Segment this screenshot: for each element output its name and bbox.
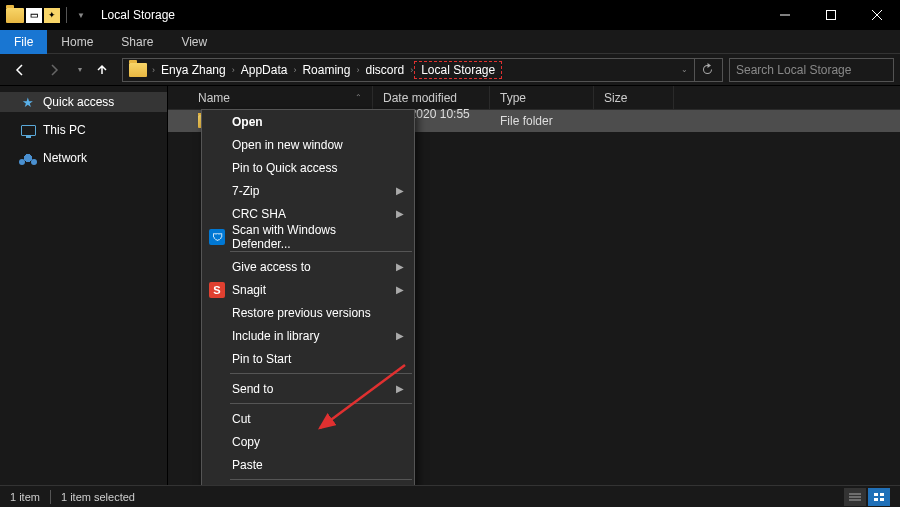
svg-rect-11 [880, 498, 884, 501]
address-folder-icon [129, 63, 147, 77]
ctx-pin-quick-access[interactable]: Pin to Quick access [202, 156, 414, 179]
ctx-include-library[interactable]: Include in library▶ [202, 324, 414, 347]
column-header-name[interactable]: Name⌃ [188, 86, 373, 109]
status-item-count: 1 item [10, 491, 40, 503]
status-selected-count: 1 item selected [61, 491, 135, 503]
submenu-arrow-icon: ▶ [396, 284, 404, 295]
sidebar-item-network[interactable]: Network [0, 148, 167, 168]
status-separator [50, 490, 51, 504]
ctx-open[interactable]: Open [202, 110, 414, 133]
address-dropdown-icon[interactable]: ⌄ [675, 65, 694, 74]
search-input[interactable]: Search Local Storage [729, 58, 894, 82]
close-button[interactable] [854, 0, 900, 30]
status-bar: 1 item 1 item selected [0, 485, 900, 507]
ctx-snagit[interactable]: SSnagit▶ [202, 278, 414, 301]
history-dropdown-icon[interactable]: ▾ [78, 65, 82, 74]
view-tab[interactable]: View [167, 30, 221, 54]
sidebar-item-label: Network [43, 151, 87, 165]
breadcrumb-item[interactable]: AppData [236, 63, 293, 77]
address-bar: ▾ › Enya Zhang › AppData › Roaming › dis… [0, 54, 900, 86]
navigation-pane: ★ Quick access This PC Network [0, 86, 168, 485]
share-tab[interactable]: Share [107, 30, 167, 54]
submenu-arrow-icon: ▶ [396, 383, 404, 394]
submenu-arrow-icon: ▶ [396, 261, 404, 272]
breadcrumb-item[interactable]: discord [360, 63, 409, 77]
refresh-button[interactable] [694, 58, 720, 82]
forward-button[interactable] [40, 58, 68, 82]
ctx-open-new-window[interactable]: Open in new window [202, 133, 414, 156]
sidebar-item-label: This PC [43, 123, 86, 137]
context-separator [230, 403, 412, 404]
submenu-arrow-icon: ▶ [396, 208, 404, 219]
svg-rect-9 [880, 493, 884, 496]
ctx-scan-defender[interactable]: 🛡Scan with Windows Defender... [202, 225, 414, 248]
ctx-pin-start[interactable]: Pin to Start [202, 347, 414, 370]
sidebar-item-label: Quick access [43, 95, 114, 109]
sidebar-item-this-pc[interactable]: This PC [0, 120, 167, 140]
ctx-copy[interactable]: Copy [202, 430, 414, 453]
ctx-cut[interactable]: Cut [202, 407, 414, 430]
breadcrumb-item-current[interactable]: Local Storage [414, 61, 502, 79]
qat-divider [66, 7, 67, 23]
search-placeholder: Search Local Storage [736, 63, 851, 77]
context-separator [230, 251, 412, 252]
context-separator [230, 479, 412, 480]
sort-indicator-icon: ⌃ [355, 93, 362, 102]
view-icons-button[interactable] [868, 488, 890, 506]
title-bar: ▭ ✦ ▼ Local Storage [0, 0, 900, 30]
ctx-7zip[interactable]: 7-Zip▶ [202, 179, 414, 202]
ctx-give-access[interactable]: Give access to▶ [202, 255, 414, 278]
column-header-date[interactable]: Date modified [373, 86, 490, 109]
network-icon [20, 151, 36, 165]
ribbon-tabs: File Home Share View [0, 30, 900, 54]
home-tab[interactable]: Home [47, 30, 107, 54]
svg-rect-1 [827, 11, 836, 20]
window-title: Local Storage [101, 8, 175, 22]
qat-newfolder-icon[interactable]: ✦ [44, 8, 60, 23]
column-headers: Name⌃ Date modified Type Size [168, 86, 900, 110]
ctx-send-to[interactable]: Send to▶ [202, 377, 414, 400]
maximize-button[interactable] [808, 0, 854, 30]
pc-icon [20, 123, 36, 137]
column-header-size[interactable]: Size [594, 86, 674, 109]
ctx-paste[interactable]: Paste [202, 453, 414, 476]
file-tab[interactable]: File [0, 30, 47, 54]
qat-dropdown-icon[interactable]: ▼ [77, 11, 85, 20]
context-separator [230, 373, 412, 374]
submenu-arrow-icon: ▶ [396, 185, 404, 196]
view-details-button[interactable] [844, 488, 866, 506]
back-button[interactable] [6, 58, 34, 82]
svg-rect-8 [874, 493, 878, 496]
shield-icon: 🛡 [209, 229, 225, 245]
sidebar-item-quick-access[interactable]: ★ Quick access [0, 92, 167, 112]
column-header-type[interactable]: Type [490, 86, 594, 109]
file-type: File folder [490, 114, 594, 128]
snagit-icon: S [209, 282, 225, 298]
context-menu: Open Open in new window Pin to Quick acc… [201, 109, 415, 507]
breadcrumb-item[interactable]: Enya Zhang [156, 63, 231, 77]
app-icon [6, 8, 24, 23]
star-icon: ★ [20, 95, 36, 109]
submenu-arrow-icon: ▶ [396, 330, 404, 341]
up-button[interactable] [88, 58, 116, 82]
svg-rect-10 [874, 498, 878, 501]
qat-properties-icon[interactable]: ▭ [26, 8, 42, 23]
ctx-restore-previous[interactable]: Restore previous versions [202, 301, 414, 324]
address-box[interactable]: › Enya Zhang › AppData › Roaming › disco… [122, 58, 723, 82]
breadcrumb-item[interactable]: Roaming [297, 63, 355, 77]
minimize-button[interactable] [762, 0, 808, 30]
